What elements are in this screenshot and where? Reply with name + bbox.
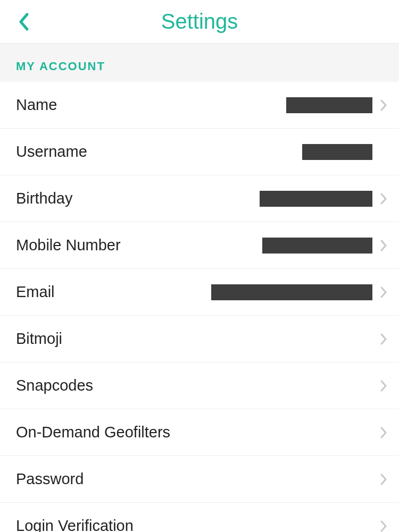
page-title: Settings — [0, 10, 399, 33]
chevron-right-icon — [378, 519, 389, 533]
chevron-right-icon — [378, 332, 389, 347]
row-label: Mobile Number — [16, 237, 262, 254]
chevron-right-icon — [378, 378, 389, 393]
row-value-redacted — [286, 97, 372, 113]
chevron-right-icon — [378, 238, 389, 253]
back-button[interactable] — [13, 11, 34, 32]
header: Settings — [0, 0, 399, 44]
row-birthday[interactable]: Birthday — [0, 175, 399, 222]
row-email[interactable]: Email — [0, 269, 399, 316]
row-label: Login Verification — [16, 517, 378, 532]
chevron-left-icon — [18, 12, 29, 31]
row-label: Birthday — [16, 190, 260, 207]
settings-list: NameUsernameBirthdayMobile NumberEmailBi… — [0, 82, 399, 532]
row-password[interactable]: Password — [0, 456, 399, 503]
row-login-verification[interactable]: Login Verification — [0, 503, 399, 532]
row-label: Name — [16, 96, 286, 114]
row-value-redacted — [260, 191, 372, 207]
row-snapcodes[interactable]: Snapcodes — [0, 362, 399, 409]
row-value-redacted — [211, 284, 372, 300]
row-label: Bitmoji — [16, 330, 378, 348]
row-mobile-number[interactable]: Mobile Number — [0, 222, 399, 269]
chevron-right-icon — [378, 285, 389, 300]
row-on-demand-geofilters[interactable]: On-Demand Geofilters — [0, 409, 399, 456]
row-value-redacted — [302, 144, 372, 160]
section-header-my-account: MY ACCOUNT — [0, 44, 399, 82]
row-username[interactable]: Username — [0, 129, 399, 175]
row-label: Snapcodes — [16, 377, 378, 394]
row-name[interactable]: Name — [0, 82, 399, 129]
row-label: On-Demand Geofilters — [16, 424, 378, 441]
row-label: Username — [16, 143, 302, 161]
row-bitmoji[interactable]: Bitmoji — [0, 316, 399, 362]
row-label: Email — [16, 283, 211, 301]
chevron-right-icon — [378, 472, 389, 487]
row-label: Password — [16, 470, 378, 488]
chevron-right-icon — [378, 191, 389, 206]
chevron-right-icon — [378, 425, 389, 440]
chevron-right-icon — [378, 98, 389, 113]
row-value-redacted — [262, 238, 372, 254]
